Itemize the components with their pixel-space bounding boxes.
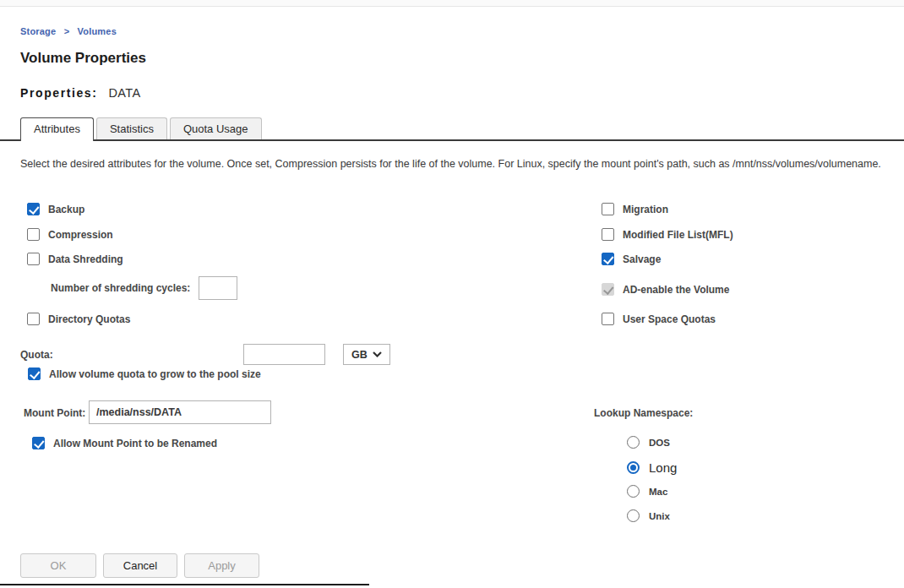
namespace-dos-radio[interactable]	[627, 436, 640, 449]
user-space-quotas-label: User Space Quotas	[623, 313, 716, 325]
mount-rename-checkbox[interactable]	[32, 437, 45, 449]
frame-bottom-border	[0, 584, 369, 585]
data-shredding-checkbox[interactable]	[27, 253, 40, 265]
radio-row-dos: DOS	[627, 436, 670, 449]
checkbox-row-backup: Backup	[27, 203, 84, 215]
backup-label: Backup	[48, 204, 84, 215]
ad-enable-checkbox	[602, 283, 614, 296]
checkbox-row-mfl: Modified File List(MFL)	[602, 228, 733, 241]
properties-label: Properties:	[20, 86, 98, 100]
user-space-quotas-checkbox[interactable]	[602, 313, 614, 325]
radio-row-long: Long	[627, 460, 677, 475]
properties-heading: Properties: DATA	[20, 86, 141, 100]
modified-file-list-label: Modified File List(MFL)	[623, 229, 733, 241]
tab-statistics[interactable]: Statistics	[96, 117, 167, 139]
checkbox-row-migration: Migration	[602, 203, 668, 215]
quota-input[interactable]	[243, 344, 325, 365]
ad-enable-label: AD-enable the Volume	[623, 284, 729, 296]
breadcrumb-storage-link[interactable]: Storage	[20, 26, 56, 36]
namespace-dos-label: DOS	[649, 438, 670, 448]
page-title: Volume Properties	[20, 50, 146, 67]
radio-row-mac: Mac	[627, 485, 667, 498]
migration-label: Migration	[623, 204, 668, 215]
breadcrumb: Storage > Volumes	[20, 26, 117, 36]
tab-attributes[interactable]: Attributes	[20, 117, 94, 141]
mount-rename-label: Allow Mount Point to be Renamed	[53, 438, 217, 449]
checkbox-row-data-shredding: Data Shredding	[27, 253, 123, 265]
namespace-mac-radio[interactable]	[627, 485, 640, 498]
radio-row-unix: Unix	[627, 509, 670, 522]
namespace-mac-label: Mac	[649, 487, 667, 497]
chevron-down-icon	[373, 351, 382, 357]
checkbox-row-quota-grow: Allow volume quota to grow to the pool s…	[28, 368, 261, 380]
checkbox-row-compression: Compression	[27, 228, 113, 241]
quota-unit-value: GB	[351, 349, 368, 361]
directory-quotas-checkbox[interactable]	[27, 313, 40, 325]
volume-properties-page: Storage > Volumes Volume Properties Prop…	[0, 0, 904, 588]
backup-checkbox[interactable]	[27, 203, 40, 215]
volume-name: DATA	[108, 86, 140, 100]
mount-point-input[interactable]	[89, 400, 271, 424]
directory-quotas-label: Directory Quotas	[48, 313, 130, 325]
compression-checkbox[interactable]	[27, 228, 40, 241]
namespace-unix-radio[interactable]	[627, 509, 640, 522]
tab-quota-usage[interactable]: Quota Usage	[170, 117, 262, 139]
shredding-cycles-input[interactable]	[199, 276, 237, 300]
modified-file-list-checkbox[interactable]	[602, 228, 614, 241]
mount-point-label: Mount Point:	[24, 407, 85, 419]
cancel-button[interactable]: Cancel	[103, 553, 177, 578]
checkbox-row-user-space-quotas: User Space Quotas	[602, 313, 716, 325]
salvage-label: Salvage	[623, 253, 661, 265]
salvage-checkbox[interactable]	[602, 253, 614, 265]
breadcrumb-volumes-link[interactable]: Volumes	[78, 26, 117, 36]
quota-unit-select[interactable]: GB	[343, 344, 390, 365]
tab-bar: Attributes Statistics Quota Usage	[20, 117, 262, 141]
breadcrumb-separator: >	[64, 26, 70, 36]
checkbox-row-salvage: Salvage	[602, 253, 661, 265]
top-strip	[0, 0, 904, 7]
data-shredding-label: Data Shredding	[48, 253, 123, 265]
apply-button[interactable]: Apply	[184, 553, 259, 578]
checkbox-row-mount-rename: Allow Mount Point to be Renamed	[32, 437, 217, 449]
lookup-namespace-label: Lookup Namespace:	[594, 407, 693, 419]
namespace-long-radio[interactable]	[627, 461, 640, 474]
quota-label: Quota:	[20, 349, 53, 361]
attributes-description: Select the desired attributes for the vo…	[20, 158, 904, 170]
namespace-long-label: Long	[649, 460, 677, 475]
shredding-cycles-label: Number of shredding cycles:	[51, 282, 190, 294]
ok-button[interactable]: OK	[20, 553, 96, 578]
quota-grow-label: Allow volume quota to grow to the pool s…	[49, 368, 261, 380]
namespace-unix-label: Unix	[649, 511, 670, 521]
migration-checkbox[interactable]	[602, 203, 614, 215]
checkbox-row-ad-enable: AD-enable the Volume	[602, 283, 729, 296]
compression-label: Compression	[48, 229, 113, 241]
checkbox-row-directory-quotas: Directory Quotas	[27, 313, 130, 325]
quota-grow-checkbox[interactable]	[28, 368, 41, 380]
